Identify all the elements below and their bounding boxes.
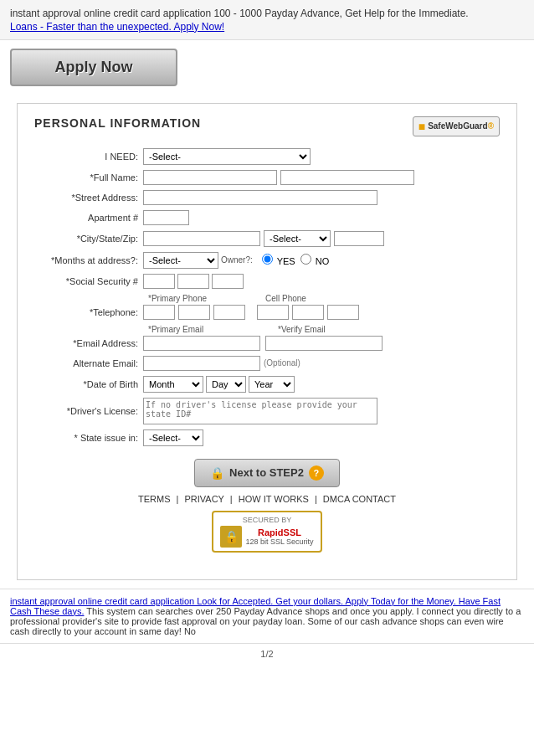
phone-col-labels: *Primary Phone Cell Phone: [148, 294, 500, 303]
ssl-badge: SECURED BY 🔒 RapidSSL 128 bit SSL Securi…: [34, 511, 500, 553]
ssn-part1[interactable]: [143, 274, 175, 289]
apply-now-button[interactable]: Apply Now: [10, 49, 177, 86]
state-issue-select[interactable]: -Select-: [143, 429, 203, 446]
bottom-ad-text: This system can searches over 250 Payday…: [10, 606, 521, 636]
page-title: instant approval online credit card appl…: [10, 7, 524, 21]
ssl-bits-label: 128 bit SSL Security: [245, 537, 313, 546]
cell-phone-area[interactable]: [257, 305, 289, 320]
state-select[interactable]: -Select-: [264, 230, 331, 247]
owner-radio-group: YES NO: [262, 254, 329, 266]
apt-label: Apartment #: [34, 213, 143, 223]
primary-phone-line[interactable]: [213, 305, 245, 320]
full-name-row: *Full Name:: [34, 170, 500, 185]
full-name-label: *Full Name:: [34, 172, 143, 183]
dob-label: *Date of Birth: [34, 379, 143, 389]
ssl-box: SECURED BY 🔒 RapidSSL 128 bit SSL Securi…: [212, 511, 321, 553]
street-address-input[interactable]: [143, 190, 377, 205]
telephone-label: *Telephone:: [34, 307, 143, 317]
secured-by-label: SECURED BY: [220, 516, 313, 524]
next-step-button[interactable]: 🔒 Next to STEP2 ?: [194, 459, 340, 487]
verify-email-label: *Verify Email: [278, 325, 326, 334]
separator-2: |: [230, 494, 235, 504]
lock-icon: 🔒: [210, 466, 224, 480]
state-issue-label: * State issue in:: [34, 433, 143, 443]
dl-textarea[interactable]: [143, 398, 377, 424]
how-it-works-link[interactable]: HOW IT WORKS: [239, 494, 309, 504]
apply-banner: Apply Now: [0, 40, 534, 95]
email-row: *Email Address:: [34, 336, 500, 351]
first-name-input[interactable]: [143, 170, 277, 185]
email-col-labels: *Primary Email *Verify Email: [148, 325, 500, 334]
i-need-label: I NEED:: [34, 152, 143, 162]
months-select[interactable]: -Select-: [143, 252, 218, 269]
section-title: PERSONAL INFORMATION: [34, 116, 201, 130]
owner-label: Owner?:: [221, 255, 253, 265]
safe-web-guard-badge: ■ SafeWebGuard ®: [413, 116, 500, 136]
months-address-row: *Months at address?: -Select- Owner?: YE…: [34, 252, 500, 269]
primary-phone-area[interactable]: [143, 305, 175, 320]
zip-input[interactable]: [334, 231, 384, 246]
ssn-row: *Social Security #: [34, 274, 500, 289]
i-need-row: I NEED: -Select-: [34, 148, 500, 165]
alt-email-row: Alternate Email: (Optional): [34, 356, 500, 371]
primary-email-input[interactable]: [143, 336, 260, 351]
state-issue-row: * State issue in: -Select-: [34, 429, 500, 446]
telephone-row: *Telephone:: [34, 305, 500, 320]
primary-phone-label: *Primary Phone: [148, 294, 257, 303]
dob-year-select[interactable]: Year: [249, 376, 295, 393]
months-label: *Months at address?:: [34, 255, 143, 265]
apartment-input[interactable]: [143, 210, 189, 225]
dl-row: *Driver's License:: [34, 398, 500, 424]
personal-information-form: PERSONAL INFORMATION ■ SafeWebGuard ® I …: [17, 103, 517, 580]
email-label: *Email Address:: [34, 338, 143, 348]
footer-links: TERMS | PRIVACY | HOW IT WORKS | DMCA CO…: [34, 494, 500, 504]
apartment-row: Apartment #: [34, 210, 500, 225]
primary-phone-prefix[interactable]: [178, 305, 210, 320]
cell-phone-line[interactable]: [327, 305, 359, 320]
privacy-link[interactable]: PRIVACY: [184, 494, 223, 504]
top-bar: instant approval online credit card appl…: [0, 0, 534, 40]
street-address-row: *Street Address:: [34, 190, 500, 205]
cell-phone-label: Cell Phone: [265, 294, 374, 303]
rapidssl-label: RapidSSL 128 bit SSL Security: [245, 527, 313, 546]
owner-yes-option[interactable]: YES: [262, 254, 295, 266]
ssn-part2[interactable]: [177, 274, 209, 289]
optional-label: (Optional): [264, 358, 300, 368]
dob-month-select[interactable]: Month: [143, 376, 203, 393]
cell-phone-prefix[interactable]: [292, 305, 324, 320]
last-name-input[interactable]: [280, 170, 414, 185]
city-state-zip-row: *City/State/Zip: -Select-: [34, 230, 500, 247]
street-label: *Street Address:: [34, 193, 143, 203]
owner-no-radio[interactable]: [300, 254, 311, 265]
owner-no-option[interactable]: NO: [300, 254, 330, 266]
dl-label: *Driver's License:: [34, 406, 143, 416]
ssn-label: *Social Security #: [34, 276, 143, 286]
help-icon[interactable]: ?: [309, 465, 324, 481]
city-input[interactable]: [143, 231, 260, 246]
ssn-part3[interactable]: [212, 274, 244, 289]
verify-email-input[interactable]: [265, 336, 383, 351]
dob-row: *Date of Birth Month Day Year: [34, 376, 500, 393]
terms-link[interactable]: TERMS: [138, 494, 171, 504]
next-button-row: 🔒 Next to STEP2 ?: [34, 459, 500, 487]
city-label: *City/State/Zip:: [34, 234, 143, 244]
title-text: instant approval online credit card appl…: [10, 8, 469, 19]
separator-1: |: [177, 494, 182, 504]
alt-email-label: Alternate Email:: [34, 358, 143, 368]
separator-3: |: [315, 494, 320, 504]
i-need-select[interactable]: -Select-: [143, 148, 311, 165]
shield-icon: ■: [418, 120, 425, 133]
alt-email-input[interactable]: [143, 356, 260, 371]
ssn-inputs: [143, 274, 244, 289]
header-link[interactable]: Loans - Faster than the unexpected. Appl…: [10, 21, 224, 33]
bottom-ad: instant approval online credit card appl…: [0, 589, 534, 643]
dmca-link[interactable]: DMCA CONTACT: [323, 494, 396, 504]
primary-email-label: *Primary Email: [148, 325, 278, 334]
page-number: 1/2: [0, 643, 534, 664]
dob-day-select[interactable]: Day: [206, 376, 246, 393]
form-header: PERSONAL INFORMATION ■ SafeWebGuard ®: [34, 116, 500, 136]
owner-yes-radio[interactable]: [262, 254, 273, 265]
ssl-logo-icon: 🔒: [220, 526, 242, 548]
